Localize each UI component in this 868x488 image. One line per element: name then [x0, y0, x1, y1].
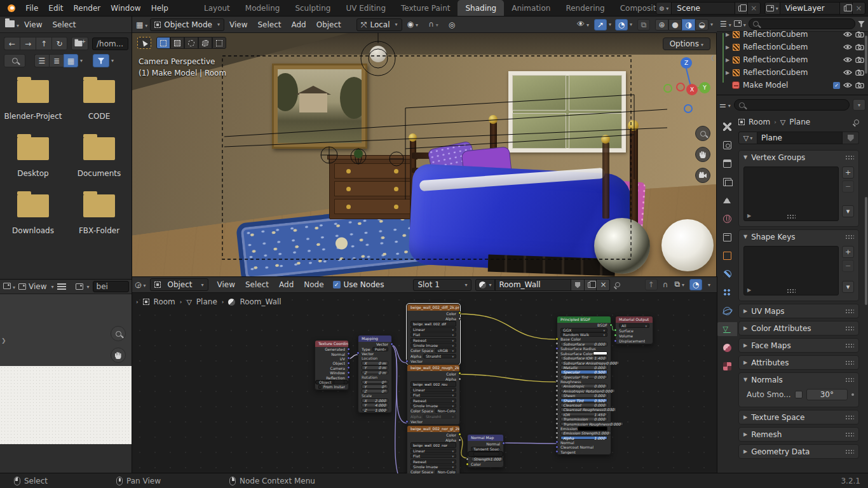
breadcrumb-object[interactable]: Room — [749, 118, 770, 126]
file-browser-menu-item[interactable]: Select — [48, 17, 81, 33]
unlink-scene-button[interactable]: × — [747, 3, 760, 14]
editor-type-3d-icon[interactable]: ▦▾ — [136, 20, 147, 29]
outliner-row[interactable]: ▶ ReflectionCubem — [717, 53, 868, 66]
parent-node-tree-button[interactable]: ↑ — [645, 279, 658, 290]
shape-key-specials-dropdown[interactable]: ▾ — [842, 281, 854, 293]
workspace-tab[interactable]: Compositing — [613, 0, 656, 17]
texture-coordinate-node[interactable]: Texture CoordinateGeneratedNormalUVObjec… — [315, 340, 349, 390]
region-expand-arrow[interactable]: ❯ — [1, 337, 6, 344]
mode-dropdown[interactable]: Object Mode▾ — [150, 18, 224, 31]
workspace-tab[interactable]: UV Editing — [338, 0, 393, 17]
forward-button[interactable]: → — [20, 37, 36, 50]
menubar-item[interactable]: Edit — [43, 0, 68, 17]
object-name[interactable]: ReflectionCubem — [743, 43, 840, 51]
scene-name[interactable]: Scene — [672, 4, 734, 13]
display-size-dropdown[interactable]: ▾ — [80, 58, 83, 64]
workspace-tab[interactable]: Sculpting — [287, 0, 338, 17]
shading-dropdown[interactable]: ▾ — [710, 22, 713, 27]
properties-tab[interactable] — [718, 304, 736, 318]
gizmo-neg-y-axis[interactable] — [663, 84, 672, 93]
gizmo-neg-x-axis[interactable] — [676, 83, 685, 92]
shape-keys-panel-header[interactable]: ▼Shape Keys — [739, 230, 858, 243]
properties-tab[interactable] — [717, 322, 737, 336]
viewport-menu-item[interactable]: Select — [252, 17, 286, 33]
panel-grip[interactable] — [845, 326, 854, 330]
new-folder-button[interactable]: + — [71, 37, 88, 50]
object-name[interactable]: ReflectionCubem — [743, 55, 840, 64]
intersect-select-button[interactable] — [212, 37, 226, 49]
outliner-collection-row[interactable]: Make Model ✓ — [717, 79, 868, 92]
add-vertex-group-button[interactable]: + — [842, 166, 854, 179]
animate-property-dot[interactable] — [851, 393, 854, 396]
shader-snap-icon[interactable]: ∩ — [661, 277, 670, 293]
outliner-display-mode-dropdown[interactable]: ☰▾ — [720, 20, 731, 29]
visibility-eye-icon[interactable] — [843, 81, 852, 89]
panel-header[interactable]: ▶Face Maps — [739, 339, 858, 352]
material-name[interactable]: Room_Wall — [495, 279, 571, 291]
tweak-select-button[interactable] — [170, 37, 184, 49]
render-camera-icon[interactable] — [855, 30, 864, 38]
blender-logo-icon[interactable] — [6, 4, 15, 12]
render-camera-icon[interactable] — [855, 43, 864, 51]
folder-item[interactable]: Documents — [66, 137, 132, 178]
workspace-tab[interactable]: Layout — [196, 0, 238, 17]
image-texture-diffuse-node[interactable]: beige_wall_002_diff_2k.pngColorAlphabeig… — [407, 304, 460, 365]
overlays-toggle[interactable]: ◔ — [615, 19, 628, 30]
pivot-point-dropdown[interactable]: ◉▾ — [402, 17, 424, 34]
node-canvas[interactable]: Texture CoordinateGeneratedNormalUVObjec… — [132, 293, 717, 473]
normals-panel-header[interactable]: ▼Normals — [739, 373, 858, 386]
vertical-list-button[interactable]: ☰ — [34, 54, 49, 67]
shader-overlays-toggle[interactable]: ◔ — [689, 279, 702, 290]
thumbnail-view-button[interactable]: ▦ — [64, 54, 78, 67]
expand-arrow-icon[interactable]: ▶ — [726, 44, 729, 50]
lasso-select-button[interactable] — [198, 37, 212, 49]
shader-menu-item[interactable]: Node — [299, 277, 329, 293]
image-texture-normal-node[interactable]: beige_wall_002_nor_gl_2k.pngColorAlphabe… — [407, 425, 460, 473]
panel-header[interactable]: ▶UV Maps — [739, 304, 858, 318]
datablock-name-field[interactable]: Plane — [757, 132, 843, 144]
xray-toggle[interactable]: ⧉ — [637, 19, 650, 30]
outliner-search-input[interactable] — [749, 18, 855, 29]
image-datablock-selector[interactable]: ▾ — [76, 283, 90, 290]
viewlayer-icon[interactable]: ▾ — [765, 3, 780, 14]
proportional-editing-icon[interactable]: ◎ — [444, 17, 460, 33]
menu-hamburger-icon[interactable] — [57, 283, 66, 290]
shape-keys-list[interactable]: ▶ — [743, 246, 839, 295]
path-field[interactable]: /hom... — [92, 37, 128, 50]
show-gizmo-toggle[interactable]: 👁▾ — [572, 17, 594, 34]
principled-bsdf-node[interactable]: Principled BSDFBSDFGGX▾Random Walk▾Base … — [557, 316, 611, 455]
snap-magnet-icon[interactable]: ∩▾ — [423, 17, 444, 34]
properties-tab[interactable] — [718, 248, 736, 262]
material-unlink-button[interactable]: × — [597, 279, 610, 291]
visibility-eye-icon[interactable] — [843, 30, 852, 38]
editor-type-shader-icon[interactable]: ◶▾ — [135, 280, 146, 289]
panel-grip[interactable] — [845, 343, 854, 348]
outliner-filter-icon[interactable] — [858, 21, 865, 27]
image-name-field[interactable]: bei — [93, 281, 129, 292]
visibility-eye-icon[interactable] — [843, 69, 852, 76]
render-camera-icon[interactable] — [855, 69, 864, 76]
horizontal-list-button[interactable]: ≣ — [49, 54, 64, 67]
menubar-item[interactable]: File — [20, 0, 43, 17]
folder-item[interactable]: Downloads — [0, 194, 66, 235]
editor-type-properties-icon[interactable]: ⚌▾ — [719, 100, 731, 109]
filter-dropdown[interactable]: ▾ — [111, 58, 114, 64]
properties-tab[interactable] — [718, 267, 736, 281]
pin-icon[interactable] — [853, 119, 859, 125]
panel-header[interactable]: ▶Color Attributes — [739, 322, 858, 335]
transform-orientation-dropdown[interactable]: ⤧Local▾ — [356, 18, 402, 31]
mapping-node[interactable]: MappingVectorTypePoint▾VectorLocationX0 … — [358, 335, 392, 413]
use-nodes-checkbox[interactable]: ✓ — [333, 281, 341, 288]
properties-scrollbar[interactable] — [865, 197, 867, 305]
circle-select-button[interactable] — [184, 37, 198, 49]
panel-grip[interactable] — [845, 309, 854, 313]
3d-scene[interactable]: Camera Perspective (1) Make Model | Room… — [132, 33, 717, 277]
folder-item[interactable]: Desktop — [0, 137, 66, 178]
shader-snap-mode-dropdown[interactable]: ⧉▾ — [673, 277, 686, 294]
shader-menu-item[interactable]: View — [212, 277, 240, 293]
scene-selector[interactable]: ◍▾ Scene × — [656, 2, 760, 15]
new-scene-button[interactable] — [735, 3, 747, 14]
remove-viewlayer-button[interactable]: × — [852, 3, 865, 14]
properties-tab[interactable] — [718, 175, 736, 189]
folder-item[interactable]: CODE — [66, 80, 132, 121]
